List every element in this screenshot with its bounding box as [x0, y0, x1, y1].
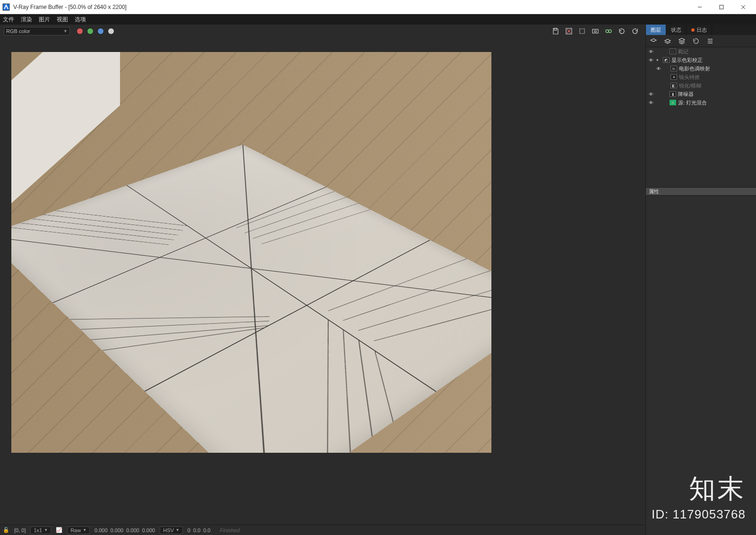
- tab-log[interactable]: 日志: [687, 25, 712, 35]
- link-viewport-button[interactable]: [603, 26, 614, 36]
- chevron-down-icon: ▼: [63, 29, 68, 34]
- history-next-button[interactable]: [629, 26, 641, 36]
- raw-values: 0.000 0.000 0.000 0.000: [94, 527, 155, 533]
- layer-row[interactable]: 👁 □ 戳记: [646, 47, 756, 56]
- red-channel-toggle[interactable]: [77, 28, 83, 35]
- lock-icon[interactable]: 🔓: [3, 527, 9, 533]
- svg-rect-10: [593, 29, 598, 33]
- save-image-button[interactable]: [550, 26, 561, 36]
- visibility-toggle[interactable]: 👁: [655, 66, 662, 71]
- statusbar: 🔓 [0, 0] 1x1▼ 📈 Raw▼ 0.000 0.000 0.000 0…: [0, 525, 645, 535]
- add-layer-button[interactable]: [649, 36, 658, 46]
- svg-line-25: [244, 193, 346, 239]
- chevron-down-icon: ▼: [44, 528, 48, 532]
- chevron-down-icon: ▼: [176, 528, 180, 532]
- tab-status[interactable]: 状态: [666, 25, 687, 35]
- svg-point-11: [594, 30, 596, 32]
- menu-image[interactable]: 图片: [39, 16, 50, 24]
- pixel-coords: [0, 0]: [14, 527, 26, 533]
- right-panel: 图层 状态 日志 👁 □ 戳记 👁 ▾ ◩ 显示色彩校正 👁: [645, 25, 756, 535]
- raw-mode-select[interactable]: Raw▼: [67, 526, 90, 534]
- svg-line-16: [145, 240, 430, 391]
- mono-channel-toggle[interactable]: [108, 28, 114, 35]
- render-image: [11, 52, 491, 453]
- channel-select[interactable]: RGB color ▼: [4, 27, 70, 35]
- save-preset-button[interactable]: [677, 36, 687, 46]
- layer-type-icon: ◧: [670, 83, 677, 88]
- tab-layers[interactable]: 图层: [646, 25, 666, 35]
- layer-row[interactable]: 👁 ▾ ◩ 显示色彩校正: [646, 56, 756, 64]
- revert-button[interactable]: [691, 36, 701, 46]
- green-channel-toggle[interactable]: [87, 28, 94, 35]
- log-indicator-icon: [691, 28, 695, 32]
- hsv-values: 0 0.0 0.0: [188, 527, 211, 533]
- layer-row[interactable]: 👁 fx 电影色调映射: [646, 64, 756, 73]
- svg-line-15: [53, 187, 326, 303]
- menu-view[interactable]: 视图: [57, 16, 68, 24]
- layer-row[interactable]: ✦ 镜头特效: [646, 73, 756, 81]
- visibility-toggle[interactable]: 👁: [648, 58, 654, 63]
- hsv-mode-select[interactable]: HSV▼: [160, 526, 183, 534]
- menubar: 文件 渲染 图片 视图 选项: [0, 14, 756, 25]
- visibility-toggle[interactable]: 👁: [648, 92, 654, 97]
- maximize-button[interactable]: [711, 0, 732, 14]
- visibility-toggle[interactable]: 👁: [648, 100, 654, 105]
- svg-rect-5: [554, 28, 557, 30]
- layer-type-icon: ◩: [663, 57, 670, 63]
- layer-type-icon: □: [670, 49, 676, 54]
- svg-line-27: [262, 202, 370, 253]
- layer-row[interactable]: ◧ 锐化/模糊: [646, 81, 756, 90]
- layer-row[interactable]: 👁 ▮ 降噪器: [646, 90, 756, 98]
- properties-body: [646, 196, 756, 535]
- region-render-button[interactable]: [576, 26, 588, 36]
- svg-point-13: [609, 30, 611, 33]
- image-toolbar: RGB color ▼: [0, 25, 645, 38]
- menu-file[interactable]: 文件: [3, 16, 14, 24]
- close-button[interactable]: [732, 0, 754, 14]
- render-status-text: Finished: [220, 527, 240, 533]
- layer-type-icon: fx: [670, 66, 677, 71]
- layer-row[interactable]: 👁 S 源: 灯光混合: [646, 98, 756, 107]
- svg-point-12: [606, 30, 609, 33]
- layer-type-icon: ▮: [670, 91, 676, 97]
- visibility-toggle[interactable]: 👁: [648, 49, 654, 54]
- clear-image-button[interactable]: [563, 26, 575, 36]
- svg-rect-2: [720, 5, 723, 9]
- history-prev-button[interactable]: [616, 26, 627, 36]
- layer-type-icon: S: [670, 100, 676, 105]
- svg-line-26: [253, 197, 358, 246]
- layer-menu-button[interactable]: [705, 36, 715, 46]
- svg-line-39: [374, 271, 491, 374]
- menu-render[interactable]: 渲染: [21, 16, 32, 24]
- curve-icon[interactable]: 📈: [56, 527, 62, 533]
- expand-toggle[interactable]: ▾: [656, 58, 661, 62]
- channel-select-value: RGB color: [6, 28, 30, 34]
- app-icon: [2, 3, 10, 11]
- render-viewport[interactable]: [0, 38, 645, 525]
- minimize-button[interactable]: [689, 0, 711, 14]
- window-title: V-Ray Frame Buffer - [50.0% of 2640 x 22…: [13, 4, 689, 10]
- layer-type-icon: ✦: [670, 74, 677, 80]
- properties-header[interactable]: 属性: [646, 187, 756, 196]
- svg-line-38: [358, 263, 491, 357]
- layers-tree: 👁 □ 戳记 👁 ▾ ◩ 显示色彩校正 👁 fx 电影色调映射 ✦ 镜头特效: [646, 47, 756, 107]
- track-mouse-button[interactable]: [590, 26, 601, 36]
- svg-line-24: [236, 189, 335, 232]
- blue-channel-toggle[interactable]: [97, 28, 104, 35]
- load-preset-button[interactable]: [663, 36, 672, 46]
- chevron-down-icon: ▼: [83, 528, 86, 532]
- window-titlebar: V-Ray Frame Buffer - [50.0% of 2640 x 22…: [0, 0, 756, 14]
- pixel-zoom-select[interactable]: 1x1▼: [30, 526, 51, 534]
- svg-rect-9: [580, 29, 584, 34]
- menu-options[interactable]: 选项: [75, 16, 86, 24]
- svg-line-37: [343, 255, 490, 341]
